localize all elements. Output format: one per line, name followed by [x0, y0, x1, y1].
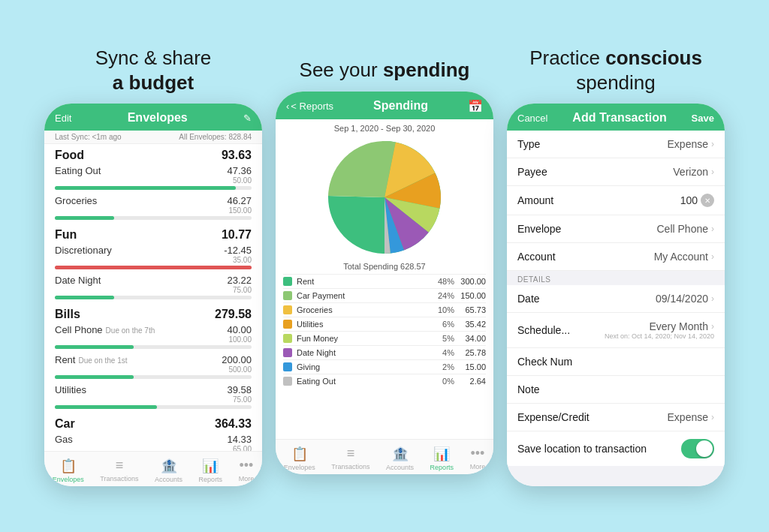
- p3-detail-label: Note: [517, 383, 540, 395]
- legend-amount: 300.00: [454, 277, 486, 286]
- p3-header: Cancel Add Transaction Save: [507, 104, 725, 131]
- p1-item[interactable]: Gas 14.33 65.00: [44, 432, 262, 451]
- p1-item[interactable]: Discretionary -12.45 35.00: [44, 243, 262, 273]
- p3-row-value: My Account›: [654, 251, 714, 263]
- p2-calendar-icon[interactable]: 📅: [468, 99, 483, 113]
- p1-item-amount: 39.58: [227, 384, 252, 395]
- p3-detail-row-expense-credit[interactable]: Expense/Credit Expense›: [507, 404, 725, 431]
- p1-item[interactable]: Cell PhoneDue on the 7th 40.00 100.00: [44, 323, 262, 353]
- p2-back-button[interactable]: ‹ < Reports: [286, 101, 333, 112]
- legend-amount: 150.00: [454, 291, 486, 300]
- p3-detail-row-date[interactable]: Date 09/14/2020›: [507, 285, 725, 313]
- p1-item[interactable]: Eating Out 47.36 50.00: [44, 164, 262, 194]
- p3-detail-value: Expense›: [668, 411, 714, 423]
- legend-amount: 2.64: [454, 377, 486, 386]
- p1-bar-bg: [55, 266, 252, 269]
- p1-category-food: Food93.63: [44, 144, 262, 164]
- legend-amount: 65.73: [454, 305, 486, 314]
- p1-footer-icon: 🏦: [161, 458, 177, 474]
- p2-footer-accounts[interactable]: 🏦Accounts: [386, 446, 414, 471]
- p3-detail-label: Schedule...: [517, 324, 570, 336]
- legend-pct: 2%: [430, 362, 454, 371]
- p1-edit-icon[interactable]: ✎: [243, 113, 252, 124]
- p2-footer-envelopes[interactable]: 📋Envelopes: [284, 446, 315, 471]
- p1-item[interactable]: Utilities 39.58 75.00: [44, 383, 262, 413]
- p1-item-budget: 75.00: [233, 395, 252, 404]
- p2-header: ‹ < Reports Spending 📅: [276, 92, 493, 119]
- p3-row-label: Payee: [517, 166, 547, 178]
- p2-footer-icon: 🏦: [392, 446, 409, 462]
- p1-item[interactable]: Groceries 46.27 150.00: [44, 194, 262, 224]
- p3-location-toggle[interactable]: [681, 439, 714, 458]
- p2-footer-label: Transactions: [331, 463, 369, 470]
- p3-toggle-row[interactable]: Save location to transaction: [507, 431, 725, 466]
- chevron-right-icon: ›: [711, 139, 714, 149]
- p3-row-account[interactable]: AccountMy Account›: [507, 243, 725, 271]
- p2-legend-item: Rent 48% 300.00: [283, 274, 486, 288]
- legend-pct: 10%: [430, 305, 454, 314]
- p1-item-budget: 75.00: [233, 286, 252, 294]
- p2-legend-item: Eating Out 0% 2.64: [283, 374, 486, 388]
- p1-item[interactable]: Date Night 23.22 75.00: [44, 273, 262, 303]
- legend-color-swatch: [283, 320, 292, 329]
- p3-detail-row-schedule---[interactable]: Schedule... Every Month› Next on: Oct 14…: [507, 313, 725, 348]
- p1-item-amount: 14.33: [227, 434, 252, 445]
- p3-details-header: DETAILS: [507, 271, 725, 285]
- p1-bar-fill: [55, 186, 236, 190]
- p1-item[interactable]: RentDue on the 1st 200.00 500.00: [44, 353, 262, 383]
- p1-footer-label: More: [239, 475, 255, 482]
- p1-body: Food93.63 Eating Out 47.36 50.00 Groceri…: [44, 144, 262, 451]
- p1-item-amount: 23.22: [227, 275, 252, 286]
- phone2-title: See your spending: [300, 58, 470, 83]
- p1-footer-transactions[interactable]: ≡Transactions: [100, 458, 138, 483]
- phone1-wrapper: Sync & share a budget Edit Envelopes ✎ L…: [44, 46, 262, 486]
- chevron-right-icon: ›: [711, 412, 714, 422]
- p2-date-range: Sep 1, 2020 - Sep 30, 2020: [276, 119, 493, 134]
- spending-chart: [324, 137, 445, 257]
- p3-row-type[interactable]: TypeExpense›: [507, 131, 725, 158]
- p1-bar-fill: [55, 266, 252, 269]
- phone3-title: Practice conscious spending: [529, 46, 702, 95]
- p3-detail-row-check-num[interactable]: Check Num: [507, 348, 725, 376]
- p2-legend-item: Date Night 4% 25.78: [283, 345, 486, 359]
- p3-toggle-label: Save location to transaction: [517, 443, 647, 455]
- p2-footer-reports[interactable]: 📊Reports: [430, 446, 454, 471]
- legend-color-swatch: [283, 362, 292, 371]
- p1-footer-accounts[interactable]: 🏦Accounts: [155, 458, 182, 483]
- p3-row-amount[interactable]: Amount100✕: [507, 186, 725, 215]
- p3-row-payee[interactable]: PayeeVerizon›: [507, 158, 725, 186]
- p1-item-amount: 200.00: [222, 354, 252, 365]
- p2-chart-area: [276, 134, 493, 260]
- p2-footer-transactions[interactable]: ≡Transactions: [331, 446, 369, 471]
- legend-name: Groceries: [297, 305, 430, 314]
- p3-detail-value: 09/14/2020›: [656, 293, 714, 305]
- p2-footer-label: More: [470, 463, 486, 470]
- p1-footer-reports[interactable]: 📊Reports: [199, 458, 223, 483]
- p1-bar-bg: [55, 296, 252, 299]
- p2-footer-more[interactable]: •••More: [470, 446, 486, 471]
- p3-value-text: Cell Phone: [657, 223, 709, 235]
- chevron-right-icon: ›: [711, 251, 714, 262]
- p2-legend-item: Utilities 6% 35.42: [283, 317, 486, 331]
- p1-footer-more[interactable]: •••More: [239, 458, 255, 483]
- p3-amount-clear-button[interactable]: ✕: [701, 194, 714, 207]
- p2-footer: 📋Envelopes≡Transactions🏦Accounts📊Reports…: [276, 439, 493, 474]
- p3-save-button[interactable]: Save: [692, 113, 714, 124]
- p1-footer-label: Transactions: [100, 475, 138, 482]
- p3-cancel-button[interactable]: Cancel: [517, 113, 547, 124]
- p1-item-name: RentDue on the 1st: [55, 354, 128, 365]
- p2-legend-item: Car Payment 24% 150.00: [283, 288, 486, 302]
- chevron-right-icon: ›: [711, 293, 714, 304]
- p1-sync-right: All Envelopes: 828.84: [179, 133, 252, 141]
- p3-detail-row-note[interactable]: Note: [507, 376, 725, 404]
- p2-legend-item: Fun Money 5% 34.00: [283, 331, 486, 345]
- p1-edit-button[interactable]: Edit: [55, 113, 71, 124]
- p1-item-name: Gas: [55, 434, 76, 445]
- p3-detail-label: Date: [517, 293, 540, 305]
- p1-item-budget: 150.00: [228, 206, 252, 215]
- p1-item-name: Eating Out: [55, 165, 104, 176]
- p1-bar-bg: [55, 186, 252, 190]
- p1-footer-envelopes[interactable]: 📋Envelopes: [53, 458, 84, 483]
- p1-item-budget: 65.00: [233, 445, 252, 451]
- p3-row-envelope[interactable]: EnvelopeCell Phone›: [507, 215, 725, 243]
